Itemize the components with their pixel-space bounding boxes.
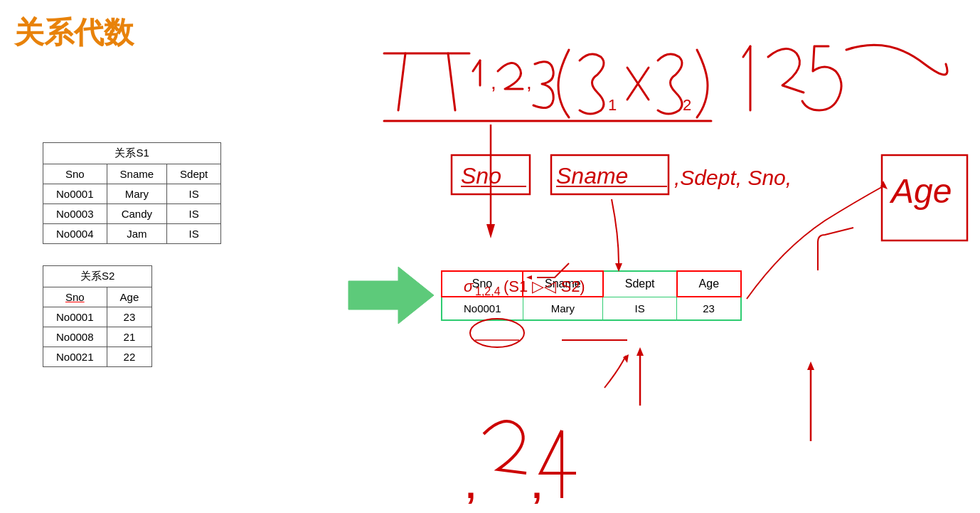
- result-row1-sno: No0001: [442, 297, 523, 320]
- svg-rect-22: [882, 155, 967, 240]
- s1-row2-sname: Candy: [107, 204, 167, 224]
- pi-formula: , , 1 2: [384, 45, 947, 121]
- sname-box-label: Sname: [551, 155, 669, 194]
- svg-marker-41: [880, 181, 888, 189]
- s2-row1-sno: No0001: [43, 307, 107, 327]
- s2-header-age: Age: [107, 287, 152, 307]
- s1-header-sno: Sno: [43, 164, 107, 184]
- result-area: Sno Sname Sdept Age No0001 Mary IS 23: [441, 270, 742, 321]
- sno-box-label: Sno: [452, 155, 530, 194]
- table-s1-title: 关系S1: [43, 143, 221, 164]
- result-header-sname: Sname: [523, 271, 603, 297]
- svg-line-35: [452, 427, 459, 441]
- svg-text:,Sdept, Sno,: ,Sdept, Sno,: [674, 166, 792, 189]
- svg-text:2: 2: [683, 96, 691, 114]
- s1-row1-sname: Mary: [107, 184, 167, 204]
- s2-row3-sno: No0021: [43, 347, 107, 367]
- svg-marker-25: [486, 224, 495, 238]
- svg-line-9: [627, 68, 649, 100]
- svg-marker-42: [623, 354, 629, 363]
- table-s2-title: 关系S2: [43, 266, 152, 287]
- table-s2: 关系S2 Sno Age No0001 23 No0008 21 No0021 …: [43, 265, 152, 367]
- svg-text:,: ,: [532, 466, 542, 506]
- svg-marker-33: [637, 347, 644, 356]
- s1-row1-sno: No0001: [43, 184, 107, 204]
- svg-text:Sname: Sname: [556, 163, 628, 189]
- result-header-sno: Sno: [442, 271, 523, 297]
- s2-row3-age: 22: [107, 347, 152, 367]
- tables-area: 关系S1 Sno Sname Sdept No0001 Mary IS No00…: [43, 142, 221, 388]
- svg-text:Age: Age: [889, 172, 952, 210]
- svg-text:,: ,: [526, 71, 532, 93]
- s1-row2-sno: No0003: [43, 204, 107, 224]
- result-row: No0001 Mary IS 23: [442, 297, 741, 320]
- s2-row1-age: 23: [107, 307, 152, 327]
- result-table: Sno Sname Sdept Age No0001 Mary IS 23: [441, 270, 742, 321]
- svg-line-4: [473, 60, 480, 71]
- table-row: No0003 Candy IS: [43, 204, 221, 224]
- result-row1-age: 23: [677, 297, 741, 320]
- table-row: No0001 23: [43, 307, 152, 327]
- result-header-sdept: Sdept: [603, 271, 677, 297]
- result-header-age: Age: [677, 271, 741, 297]
- s1-row3-sno: No0004: [43, 224, 107, 244]
- s2-row2-sno: No0008: [43, 327, 107, 347]
- svg-marker-0: [348, 267, 434, 324]
- svg-text:Sno: Sno: [461, 163, 501, 189]
- page-title: 关系代数: [14, 13, 134, 53]
- s1-header-sname: Sname: [107, 164, 167, 184]
- s2-row2-age: 21: [107, 327, 152, 347]
- table-row: No0001 Mary IS: [43, 184, 221, 204]
- table-row: No0021 22: [43, 347, 152, 367]
- s1-row1-sdept: IS: [167, 184, 221, 204]
- table-row: No0008 21: [43, 327, 152, 347]
- svg-text:1: 1: [608, 96, 617, 114]
- table-row: No0004 Jam IS: [43, 224, 221, 244]
- s1-header-sdept: Sdept: [167, 164, 221, 184]
- result-row1-sname: Mary: [523, 297, 603, 320]
- svg-line-13: [743, 46, 750, 57]
- svg-marker-34: [807, 361, 814, 370]
- s2-header-sno: Sno: [43, 287, 107, 307]
- result-row1-sdept: IS: [603, 297, 677, 320]
- table-s1: 关系S1 Sno Sname Sdept No0001 Mary IS No00…: [43, 142, 221, 244]
- svg-text:,: ,: [466, 466, 476, 506]
- arrow-right-icon: [348, 267, 434, 324]
- svg-text:,: ,: [491, 71, 496, 93]
- svg-line-10: [627, 68, 649, 100]
- svg-rect-15: [452, 155, 530, 194]
- s1-row2-sdept: IS: [167, 204, 221, 224]
- svg-line-3: [448, 53, 455, 110]
- s1-row3-sdept: IS: [167, 224, 221, 244]
- age-box-label: Age: [882, 155, 967, 240]
- svg-line-2: [398, 53, 405, 110]
- s1-row3-sname: Jam: [107, 224, 167, 244]
- svg-point-30: [470, 319, 524, 347]
- svg-rect-18: [551, 155, 669, 194]
